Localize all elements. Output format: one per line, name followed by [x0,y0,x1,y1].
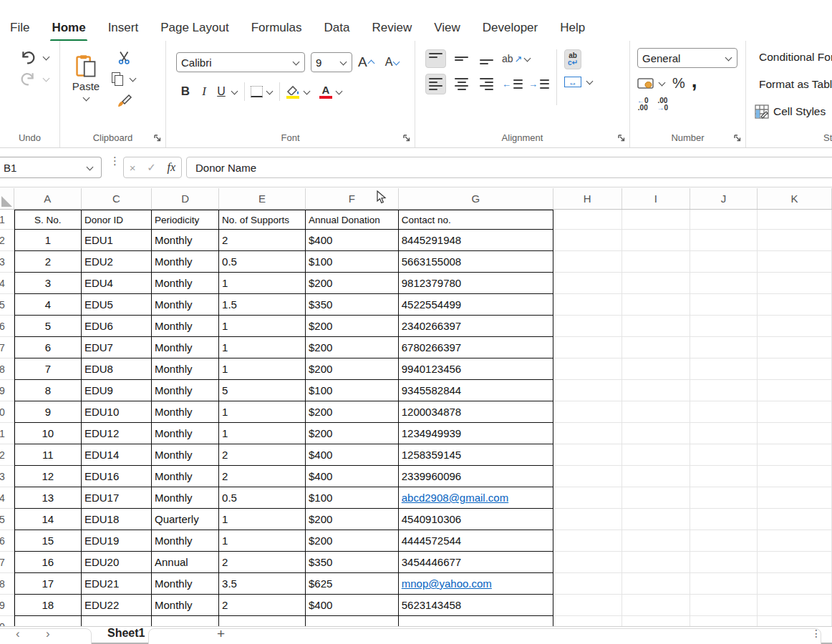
contact-link[interactable]: abcd2908@gmail.com [402,492,508,504]
cell-K17[interactable] [758,552,832,573]
underline-button[interactable]: U [215,85,228,98]
align-right-button[interactable] [477,74,496,94]
cell-F18[interactable]: $625 [306,573,399,595]
cell-G20[interactable] [399,616,553,626]
row-header-11[interactable]: 11 [0,423,14,444]
cell-K2[interactable] [758,230,832,251]
cell-E13[interactable]: 2 [219,466,306,487]
cell-D3[interactable]: Monthly [152,251,219,273]
align-left-button[interactable] [425,74,446,94]
cell-E12[interactable]: 2 [219,444,306,466]
select-all-corner[interactable] [0,188,14,209]
merge-dropdown-chevron[interactable] [586,78,594,85]
cell-H14[interactable] [553,487,622,509]
cell-F1[interactable]: Annual Donation [306,210,399,230]
cell-J13[interactable] [690,466,758,487]
cell-C14[interactable]: EDU17 [82,487,152,509]
cell-I16[interactable] [622,530,690,552]
cell-H16[interactable] [553,530,622,552]
row-header-15[interactable]: 15 [0,509,14,530]
cell-I3[interactable] [622,251,690,273]
cell-K5[interactable] [758,294,832,316]
cell-G11[interactable]: 1234949939 [399,423,553,444]
cell-I8[interactable] [622,358,690,380]
borders-button[interactable] [251,86,263,97]
cell-G1[interactable]: Contact no. [399,210,553,230]
decrease-indent-button[interactable]: ← [502,79,523,90]
cell-F6[interactable]: $200 [306,316,399,337]
merge-center-button[interactable]: ↔ [564,77,594,87]
align-center-button[interactable] [452,74,471,94]
copy-dropdown-chevron[interactable] [130,75,137,82]
cell-D19[interactable]: Monthly [152,595,219,616]
cell-F12[interactable]: $400 [306,444,399,466]
cell-H20[interactable] [553,616,622,626]
cell-C16[interactable]: EDU19 [82,530,152,552]
cell-C13[interactable]: EDU16 [82,466,152,487]
cell-H13[interactable] [553,466,622,487]
menu-item-view[interactable]: View [434,21,460,35]
cell-K16[interactable] [758,530,832,552]
menu-item-home[interactable]: Home [52,21,85,35]
cell-D1[interactable]: Periodicity [152,210,219,230]
cell-F13[interactable]: $400 [306,466,399,487]
cell-I9[interactable] [622,380,690,401]
cell-K18[interactable] [758,573,832,595]
formula-bar-drag-dots[interactable]: ⋮ [110,158,120,164]
clipboard-dialog-launcher[interactable] [153,134,162,142]
align-middle-button[interactable] [452,50,471,67]
column-header-D[interactable]: D [152,188,219,209]
cell-E20[interactable] [219,616,306,626]
prev-sheet-button[interactable]: ‹ [16,627,20,641]
cell-J8[interactable] [690,358,758,380]
cell-F3[interactable]: $100 [306,251,399,273]
cell-I6[interactable] [622,316,690,337]
sheet-tab-sheet1[interactable]: Sheet1 [107,627,145,640]
cell-C20[interactable] [82,616,152,626]
cell-K19[interactable] [758,595,832,616]
cell-K9[interactable] [758,380,832,401]
column-header-E[interactable]: E [219,188,306,209]
cell-K15[interactable] [758,509,832,530]
cell-D6[interactable]: Monthly [152,316,219,337]
undo-dropdown-chevron[interactable] [43,53,50,60]
cell-D2[interactable]: Monthly [152,230,219,251]
cell-E16[interactable]: 1 [219,530,306,552]
cell-G9[interactable]: 9345582844 [399,380,553,401]
cell-I18[interactable] [622,573,690,595]
increase-font-button[interactable]: A [358,54,375,70]
cell-A16[interactable]: 15 [14,530,82,552]
cell-E11[interactable]: 1 [219,423,306,444]
cell-H12[interactable] [553,444,622,466]
column-header-K[interactable]: K [758,188,832,209]
cell-J7[interactable] [690,337,758,358]
cell-G10[interactable]: 1200034878 [399,401,553,423]
cell-K10[interactable] [758,401,832,423]
paste-dropdown-chevron[interactable] [82,94,90,101]
enter-icon[interactable]: ✓ [147,161,156,174]
cell-A6[interactable]: 5 [14,316,82,337]
cell-H8[interactable] [553,358,622,380]
cell-J16[interactable] [690,530,758,552]
copy-button[interactable] [112,72,137,86]
cell-H19[interactable] [553,595,622,616]
cell-I17[interactable] [622,552,690,573]
cell-G8[interactable]: 9940123456 [399,358,553,380]
row-header-17[interactable]: 17 [0,552,14,573]
orientation-dropdown-chevron[interactable] [524,54,531,62]
cell-E18[interactable]: 3.5 [219,573,306,595]
cut-button[interactable] [112,51,137,65]
cell-A10[interactable]: 9 [14,401,82,423]
cell-E3[interactable]: 0.5 [219,251,306,273]
cell-A20[interactable] [14,616,82,626]
cell-C12[interactable]: EDU14 [82,444,152,466]
cell-J17[interactable] [690,552,758,573]
cell-H17[interactable] [553,552,622,573]
conditional-formatting-button[interactable]: Conditional Formatting [755,48,832,67]
column-header-C[interactable]: C [82,188,152,209]
cell-E8[interactable]: 1 [219,358,306,380]
menu-item-formulas[interactable]: Formulas [251,21,302,35]
redo-button[interactable] [10,71,59,87]
cell-G16[interactable]: 4444572544 [399,530,553,552]
underline-dropdown-chevron[interactable] [231,87,238,94]
